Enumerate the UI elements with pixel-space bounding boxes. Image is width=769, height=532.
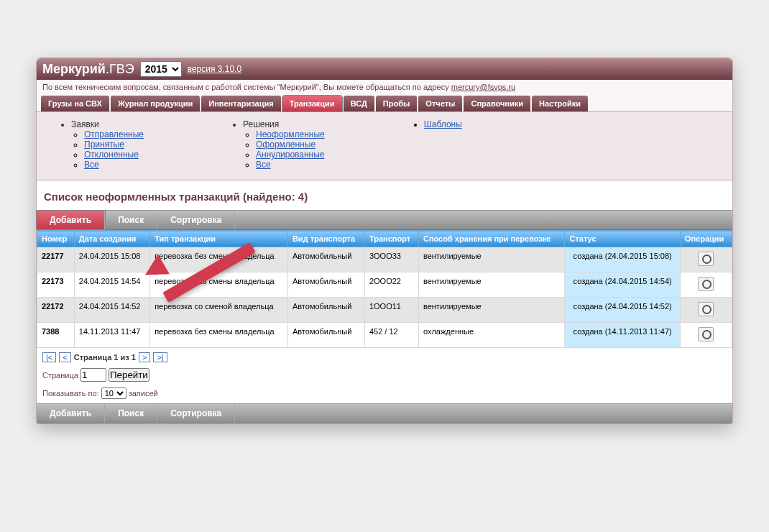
tab-4[interactable]: ВСД bbox=[344, 96, 374, 111]
toolbar-btn-2[interactable]: Сортировка bbox=[157, 404, 235, 423]
goto-label: Страница bbox=[42, 371, 78, 380]
rows-suffix: записей bbox=[129, 389, 158, 398]
submenu-group-requests: Заявки bbox=[71, 119, 144, 129]
support-line: По всем техническим вопросам, связанным … bbox=[37, 80, 732, 94]
toolbar: ДобавитьПоискСортировка bbox=[37, 210, 732, 230]
pager-prev[interactable]: < bbox=[59, 352, 70, 362]
pager-pos: Страница 1 из 1 bbox=[74, 353, 136, 362]
table-row: 2217324.04.2015 14:54перевозка без смены… bbox=[37, 272, 732, 298]
version-link[interactable]: версия 3.10.0 bbox=[188, 64, 242, 74]
brand-sub: .ГВЭ bbox=[106, 62, 134, 76]
tab-3[interactable]: Транзакции bbox=[282, 96, 342, 111]
col-header: Способ хранения при перевозке bbox=[418, 231, 565, 247]
table-row: 738814.11.2013 11:47перевозка без смены … bbox=[37, 323, 732, 348]
support-text: По всем техническим вопросам, связанным … bbox=[42, 83, 449, 91]
app-brand: Меркурий.ГВЭ bbox=[42, 62, 134, 77]
toolbar-btn-0[interactable]: Добавить bbox=[37, 211, 105, 229]
pager-first[interactable]: |< bbox=[42, 352, 56, 362]
rows-select[interactable]: 10 bbox=[101, 387, 126, 399]
toolbar-btn-0[interactable]: Добавить bbox=[37, 404, 105, 423]
transactions-table: НомерДата созданияТип транзакцииВид тран… bbox=[37, 230, 732, 348]
tab-8[interactable]: Настройки bbox=[532, 96, 588, 111]
support-email-link[interactable]: mercury@fsvps.ru bbox=[451, 83, 515, 91]
rows-per-page-line: Показывать по: 10 записей bbox=[37, 386, 732, 403]
col-header: Дата создания bbox=[74, 231, 149, 247]
toolbar-btn-1[interactable]: Поиск bbox=[105, 404, 157, 423]
tab-6[interactable]: Отчеты bbox=[418, 96, 462, 111]
brand-main: Меркурий bbox=[42, 62, 106, 76]
goto-button[interactable]: Перейти bbox=[109, 368, 149, 382]
tab-5[interactable]: Пробы bbox=[376, 96, 418, 111]
view-icon[interactable] bbox=[698, 327, 714, 341]
tab-0[interactable]: Грузы на СВХ bbox=[41, 96, 109, 111]
submenu-link[interactable]: Все bbox=[256, 160, 271, 170]
col-header: Статус bbox=[565, 231, 680, 247]
col-header: Вид транспорта bbox=[287, 231, 364, 247]
submenu-link[interactable]: Все bbox=[84, 160, 99, 170]
header-bar: Меркурий.ГВЭ 2015 версия 3.10.0 bbox=[37, 58, 732, 80]
col-header: Операции bbox=[680, 231, 732, 247]
table-row: 2217724.04.2015 15:08перевозка без смены… bbox=[37, 247, 732, 272]
submenu-link[interactable]: Принятые bbox=[84, 139, 124, 150]
main-tabs: Грузы на СВХЖурнал продукцииИнвентаризац… bbox=[37, 94, 732, 111]
submenu-link[interactable]: Отправленные bbox=[84, 129, 144, 139]
col-header: Номер bbox=[37, 231, 75, 247]
toolbar-btn-2[interactable]: Сортировка bbox=[157, 211, 235, 229]
submenu: Заявки ОтправленныеПринятыеОтклоненныеВс… bbox=[37, 111, 732, 180]
toolbar-btn-1[interactable]: Поиск bbox=[105, 211, 157, 229]
submenu-link[interactable]: Отклоненные bbox=[84, 150, 139, 160]
tab-2[interactable]: Инвентаризация bbox=[201, 96, 280, 111]
tab-7[interactable]: Справочники bbox=[464, 96, 530, 111]
table-row: 2217224.04.2015 14:52перевозка со сменой… bbox=[37, 298, 732, 323]
page-title: Список неоформленных транзакций (найдено… bbox=[37, 180, 732, 210]
submenu-link[interactable]: Аннулированные bbox=[256, 150, 325, 160]
submenu-link[interactable]: Неоформленные bbox=[256, 129, 325, 139]
pager-last[interactable]: >| bbox=[153, 352, 167, 362]
tab-1[interactable]: Журнал продукции bbox=[111, 96, 200, 111]
submenu-group-decisions: Решения bbox=[243, 119, 325, 129]
col-header: Тип транзакции bbox=[150, 231, 288, 247]
goto-input[interactable] bbox=[80, 368, 106, 382]
col-header: Транспорт bbox=[364, 231, 418, 247]
rows-label: Показывать по: bbox=[42, 389, 99, 398]
view-icon[interactable] bbox=[698, 252, 714, 266]
pager-next[interactable]: > bbox=[139, 352, 150, 362]
year-select[interactable]: 2015 bbox=[140, 61, 182, 77]
view-icon[interactable] bbox=[698, 302, 714, 316]
view-icon[interactable] bbox=[698, 277, 714, 291]
pager: |< < Страница 1 из 1 > >| bbox=[37, 348, 732, 367]
goto-line: Страница Перейти bbox=[37, 367, 732, 386]
submenu-link[interactable]: Оформленные bbox=[256, 139, 316, 150]
toolbar-bottom: ДобавитьПоискСортировка bbox=[37, 403, 732, 423]
submenu-link[interactable]: Шаблоны bbox=[424, 119, 462, 129]
